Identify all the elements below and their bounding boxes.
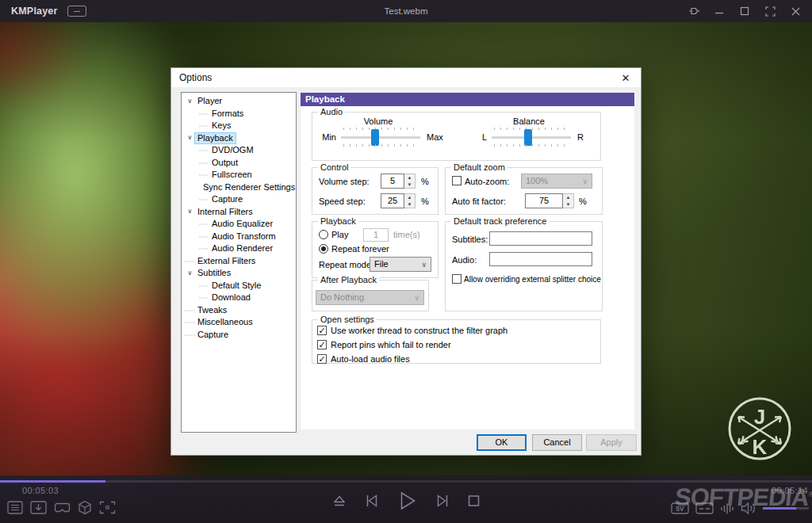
auto-fit-value[interactable]: 75: [525, 193, 563, 208]
next-icon[interactable]: [435, 493, 451, 509]
after-playback-combo[interactable]: Do Nothing ∨: [316, 290, 424, 305]
pin-icon[interactable]: [685, 3, 703, 19]
slider-title: Balance: [482, 116, 576, 126]
volume-slider[interactable]: Volume Min Max: [317, 116, 446, 148]
chevron-down-icon[interactable]: ∨: [185, 269, 195, 277]
tree-item-capture[interactable]: Capture: [182, 329, 296, 342]
tree-item-label: Miscellaneous: [195, 317, 255, 327]
spin-up-icon[interactable]: ▲: [404, 194, 415, 201]
group-title: Playback: [318, 216, 358, 226]
tree-item-tweaks[interactable]: Tweaks: [182, 304, 296, 317]
chevron-down-icon[interactable]: ∨: [185, 97, 195, 105]
speed-step-spinner[interactable]: 25 ▲▼: [381, 193, 416, 208]
close-icon[interactable]: [787, 3, 804, 19]
download-icon[interactable]: [30, 501, 47, 514]
dialog-titlebar[interactable]: Options ✕: [171, 68, 641, 87]
audio-input[interactable]: [489, 252, 592, 266]
chevron-down-icon[interactable]: ∨: [185, 134, 195, 142]
tree-item-download[interactable]: Download: [182, 292, 296, 304]
auto-fit-spinner[interactable]: 75 ▲▼: [525, 193, 574, 208]
spin-down-icon[interactable]: ▼: [404, 181, 415, 189]
maximize-icon[interactable]: [736, 3, 753, 19]
subtitle-icon[interactable]: [695, 502, 714, 514]
spin-up-icon[interactable]: ▲: [563, 194, 573, 201]
previous-icon[interactable]: [364, 493, 380, 509]
open-settings-row-1[interactable]: ✓Report pins which fail to render: [312, 338, 600, 352]
spin-down-icon[interactable]: ▼: [563, 201, 573, 208]
repeat-forever-label: Repeat forever: [331, 244, 389, 254]
tree-item-player[interactable]: ∨Player: [182, 95, 296, 108]
speaker-icon[interactable]: [741, 502, 756, 515]
play-radio[interactable]: [319, 230, 328, 239]
equalizer-icon[interactable]: [720, 502, 734, 515]
open-settings-row-0[interactable]: ✓Use worker thread to construct the filt…: [312, 323, 600, 338]
slider-title: Volume: [331, 116, 425, 126]
after-playback-group: After Playback Do Nothing ∨: [312, 280, 429, 311]
volume-step-value[interactable]: 5: [381, 174, 404, 189]
balance-slider-thumb[interactable]: [524, 129, 532, 146]
mini-window-icon[interactable]: [67, 6, 86, 17]
checkbox-label: Auto-load audio files: [331, 354, 410, 364]
cancel-button[interactable]: Cancel: [532, 434, 582, 451]
spin-down-icon[interactable]: ▼: [404, 201, 415, 208]
vr-goggles-icon[interactable]: [54, 502, 71, 513]
tree-item-label: DVD/OGM: [209, 145, 256, 155]
seekbar[interactable]: [0, 480, 812, 483]
open-settings-row-2[interactable]: ✓Auto-load audio files: [312, 352, 600, 366]
tree-item-audio-renderer[interactable]: Audio Renderer: [182, 242, 296, 255]
slider-max-label: Max: [427, 132, 443, 142]
tree-item-external-filters[interactable]: External Filters: [182, 255, 296, 268]
slider-track[interactable]: [492, 136, 571, 139]
auto-zoom-combo[interactable]: 100% ∨: [521, 174, 592, 189]
eject-icon[interactable]: [332, 494, 347, 509]
screen-capture-icon[interactable]: [99, 501, 116, 514]
tree-item-keys[interactable]: Keys: [182, 120, 296, 132]
fullscreen-icon[interactable]: [761, 3, 779, 19]
subtitles-input[interactable]: [489, 231, 592, 246]
tree-item-default-style[interactable]: Default Style: [182, 280, 296, 292]
playlist-icon[interactable]: [7, 501, 23, 514]
override-splitter-checkbox[interactable]: [452, 274, 462, 284]
checkbox-checked-icon[interactable]: ✓: [317, 354, 327, 364]
speed-badge-icon[interactable]: 5V: [671, 502, 689, 514]
tree-item-formats[interactable]: Formats: [182, 108, 296, 120]
tree-item-output[interactable]: Output: [182, 157, 296, 170]
tree-item-dvd-ogm[interactable]: DVD/OGM: [182, 144, 296, 157]
apply-button[interactable]: Apply: [586, 434, 637, 451]
tree-connector: [199, 298, 208, 299]
ok-button[interactable]: OK: [477, 434, 527, 451]
play-times-input[interactable]: 1: [363, 228, 389, 242]
tree-item-audio-equalizer[interactable]: Audio Equalizer: [182, 218, 296, 231]
tree-item-audio-transform[interactable]: Audio Transform: [182, 231, 296, 243]
tree-item-fullscreen[interactable]: Fullscreen: [182, 169, 296, 181]
chevron-down-icon[interactable]: ∨: [185, 208, 195, 216]
repeat-forever-radio[interactable]: [319, 244, 328, 254]
tree-connector: [199, 162, 208, 163]
minimize-icon[interactable]: [710, 3, 728, 19]
volume-step-spinner[interactable]: 5 ▲▼: [381, 174, 416, 189]
speed-step-value[interactable]: 25: [381, 193, 404, 208]
play-icon[interactable]: [396, 490, 419, 512]
tree-item-capture[interactable]: Capture: [182, 193, 296, 206]
checkbox-checked-icon[interactable]: ✓: [317, 326, 327, 335]
3d-cube-icon[interactable]: [78, 500, 92, 515]
subtitles-label: Subtitles:: [452, 235, 488, 244]
balance-slider[interactable]: Balance L R: [468, 116, 596, 148]
tree-item-internal-filters[interactable]: ∨Internal Filters: [182, 206, 296, 219]
tree-item-miscellaneous[interactable]: Miscellaneous: [182, 316, 296, 329]
tree-item-subtitles[interactable]: ∨Subtitles: [182, 267, 296, 280]
tree-item-sync-renderer-settings[interactable]: Sync Renderer Settings: [182, 181, 296, 194]
volume-bar[interactable]: [763, 507, 809, 510]
volume-slider-thumb[interactable]: [371, 129, 379, 146]
tree-connector: [199, 175, 208, 176]
checkbox-checked-icon[interactable]: ✓: [317, 340, 327, 349]
tree-connector: [199, 151, 208, 151]
dialog-close-icon[interactable]: ✕: [618, 72, 634, 84]
slider-track[interactable]: [341, 136, 420, 139]
auto-zoom-checkbox[interactable]: [452, 176, 462, 185]
track-preference-group: Default track preference Subtitles: Audi…: [445, 221, 603, 311]
tree-item-playback[interactable]: ∨Playback: [182, 132, 296, 145]
stop-icon[interactable]: [468, 494, 481, 507]
spin-up-icon[interactable]: ▲: [404, 174, 415, 181]
repeat-mode-combo[interactable]: File ∨: [370, 257, 431, 272]
